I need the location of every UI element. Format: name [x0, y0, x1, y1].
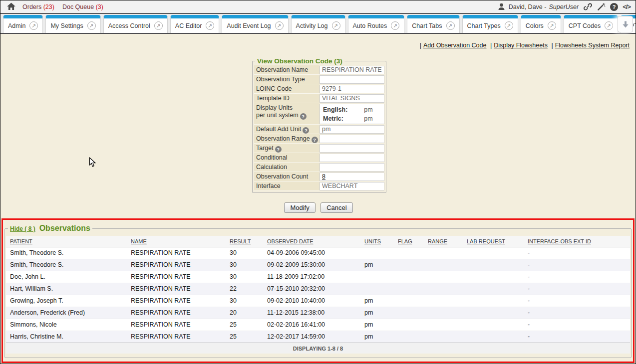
- form-row-observation-count: Observation Count 8: [254, 172, 384, 182]
- cell-name: RESPIRATION RATE: [127, 259, 226, 271]
- open-tab-icon[interactable]: ↗: [446, 21, 455, 30]
- cell-lab-request: [463, 283, 524, 295]
- help-icon[interactable]: ?: [275, 146, 282, 153]
- col-header-result[interactable]: RESULT: [226, 236, 263, 247]
- form-buttons: Modify Cancel: [252, 202, 385, 213]
- open-tab-icon[interactable]: ↗: [29, 21, 38, 30]
- nav-orders-label: Orders: [22, 3, 41, 10]
- cell-interface-obs-ext-id: -: [524, 271, 630, 283]
- cell-name: RESPIRATION RATE: [127, 247, 226, 259]
- open-tab-icon[interactable]: ↗: [505, 21, 513, 30]
- display-flowsheets-link[interactable]: Display Flowsheets: [494, 42, 548, 49]
- observation-count-link[interactable]: 8: [322, 173, 325, 180]
- cell-range: [424, 295, 463, 307]
- cell-name: RESPIRATION RATE: [127, 295, 226, 307]
- tab-cpt-codes[interactable]: CPT Codes↗: [564, 15, 618, 33]
- tab-my-settings[interactable]: My Settings↗: [45, 15, 100, 33]
- link-separator: |: [490, 42, 492, 49]
- cell-observed-date: 04-09-2006 09:45:00: [263, 247, 360, 259]
- help-icon[interactable]: ?: [312, 137, 318, 143]
- link-icon[interactable]: [583, 2, 592, 11]
- hide-observations-link[interactable]: Hide ( 8 ): [10, 225, 35, 232]
- field-value: [319, 144, 384, 153]
- field-value: pm: [319, 125, 384, 134]
- cell-units: pm: [360, 319, 394, 331]
- wand-icon[interactable]: [597, 2, 606, 11]
- help-icon[interactable]: ?: [610, 3, 618, 11]
- tab-chart-types[interactable]: Chart Types↗: [462, 15, 518, 33]
- tab-scroll-down-button[interactable]: [618, 16, 633, 32]
- cell-range: [424, 283, 463, 295]
- add-observation-code-link[interactable]: Add Observation Code: [423, 42, 486, 49]
- tab-activity-log[interactable]: Activity Log↗: [291, 15, 345, 33]
- cell-patient: Smith, Theodore S.: [6, 247, 127, 259]
- home-icon[interactable]: [6, 2, 16, 11]
- col-header-units[interactable]: UNITS: [360, 236, 394, 247]
- col-header-observed-date[interactable]: OBSERVED DATE: [263, 236, 360, 247]
- tab-access-control[interactable]: Access Control↗: [103, 15, 168, 33]
- default-add-unit-field: pm: [319, 125, 384, 134]
- modify-button[interactable]: Modify: [284, 202, 315, 213]
- tab-admin[interactable]: Admin↗: [3, 15, 43, 33]
- top-bar: Orders (23) Doc Queue (3) David, Dave - …: [0, 0, 636, 14]
- label-text: Display Units: [256, 104, 293, 111]
- tab-colors[interactable]: Colors↗: [521, 15, 561, 33]
- tab-audit-event-log[interactable]: Audit Event Log↗: [222, 15, 288, 33]
- code-icon[interactable]: </>: [623, 3, 631, 10]
- col-header-flag[interactable]: FLAG: [394, 236, 424, 247]
- observations-fieldset: Hide ( 8 ) Observations PATIENT NAME RES…: [4, 224, 632, 358]
- field-label: Calculation: [254, 163, 319, 172]
- cancel-button[interactable]: Cancel: [320, 202, 352, 213]
- help-icon[interactable]: ?: [300, 113, 307, 120]
- label-text: Default Add Unit: [256, 126, 301, 133]
- cell-flag: [394, 307, 424, 319]
- interface-field: WEBCHART: [319, 182, 384, 190]
- field-value: [319, 134, 384, 144]
- cell-flag: [394, 295, 424, 307]
- observations-legend: Hide ( 8 ) Observations: [8, 224, 92, 233]
- paging-status: DISPLAYING 1-8 / 8: [6, 343, 630, 354]
- field-value: VITAL SIGNS: [319, 94, 384, 103]
- observation-row: Smith, Theodore S.RESPIRATION RATE3009-0…: [6, 259, 630, 271]
- col-header-name[interactable]: NAME: [127, 236, 226, 247]
- nav-orders[interactable]: Orders (23): [22, 3, 54, 10]
- cell-interface-obs-ext-id: -: [524, 319, 630, 331]
- cell-observed-date: 09-02-2010 10:40:00: [263, 295, 360, 307]
- col-header-interface-obs-ext-id[interactable]: INTERFACE-OBS EXT ID: [524, 236, 630, 247]
- tab-ac-editor[interactable]: AC Editor↗: [170, 15, 220, 33]
- col-header-range[interactable]: RANGE: [424, 236, 463, 247]
- cell-range: [424, 307, 463, 319]
- cell-units: pm: [360, 259, 394, 271]
- nav-doc-queue[interactable]: Doc Queue (3): [62, 3, 103, 10]
- col-header-patient[interactable]: PATIENT: [6, 236, 127, 247]
- observations-title: Observations: [39, 224, 90, 233]
- tab-chart-tabs[interactable]: Chart Tabs↗: [407, 15, 459, 33]
- open-tab-icon[interactable]: ↗: [548, 21, 556, 30]
- flowsheets-system-report-link[interactable]: Flowsheets System Report: [555, 42, 630, 49]
- open-tab-icon[interactable]: ↗: [332, 21, 340, 30]
- form-row-calculation: Calculation: [254, 163, 384, 172]
- user-role: SuperUser: [549, 3, 579, 10]
- observations-table: PATIENT NAME RESULT OBSERVED DATE UNITS …: [6, 236, 630, 343]
- action-links: |Add Observation Code |Display Flowsheet…: [418, 42, 630, 49]
- col-header-lab-request[interactable]: LAB REQUEST: [463, 236, 524, 247]
- open-tab-icon[interactable]: ↗: [206, 21, 214, 30]
- cell-observed-date: 07-15-2010 20:32:00: [263, 283, 360, 295]
- user-menu[interactable]: David, Dave - SuperUser: [497, 2, 579, 11]
- unit-value: pm: [364, 106, 372, 114]
- cell-lab-request: [463, 247, 524, 259]
- cell-name: RESPIRATION RATE: [127, 331, 226, 343]
- open-tab-icon[interactable]: ↗: [275, 21, 284, 30]
- open-tab-icon[interactable]: ↗: [605, 21, 613, 30]
- open-tab-icon[interactable]: ↗: [87, 21, 96, 30]
- open-tab-icon[interactable]: ↗: [391, 21, 399, 30]
- help-icon[interactable]: ?: [303, 127, 309, 134]
- cell-interface-obs-ext-id: -: [524, 331, 630, 343]
- cell-name: RESPIRATION RATE: [127, 319, 226, 331]
- tab-auto-routes[interactable]: Auto Routes↗: [348, 15, 405, 33]
- conditional-field: [319, 154, 384, 162]
- form-row-observation-type: Observation Type: [254, 75, 384, 84]
- field-value: WEBCHART: [319, 182, 384, 191]
- open-tab-icon[interactable]: ↗: [154, 21, 163, 30]
- cell-result: 30: [226, 295, 263, 307]
